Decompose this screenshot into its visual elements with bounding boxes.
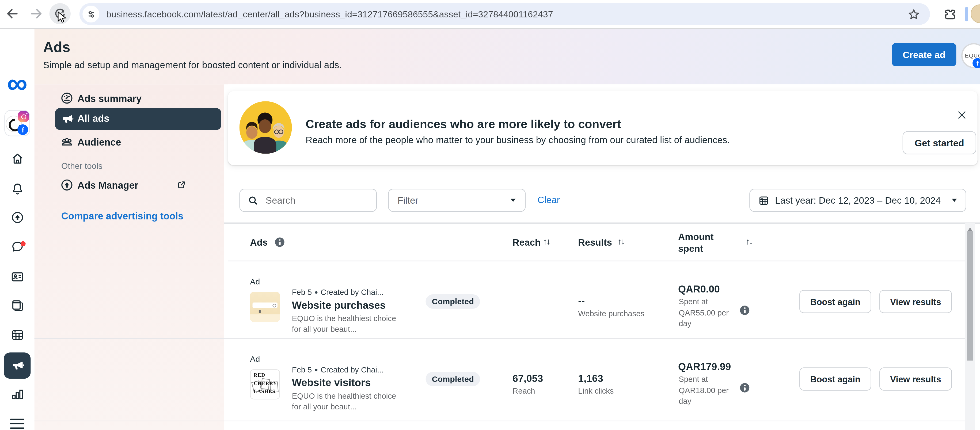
- audience-promo-banner: Create ads for audiences who are more li…: [228, 91, 977, 165]
- sidebar-item-audience[interactable]: Audience: [78, 137, 121, 148]
- status-badge: Completed: [425, 294, 480, 309]
- ad-thumbnail[interactable]: [250, 292, 280, 322]
- boost-again-button[interactable]: Boost again: [799, 367, 871, 390]
- nav-section-label: Other tools: [61, 161, 102, 171]
- url-text[interactable]: business.facebook.com/latest/ad_center/a…: [106, 9, 906, 19]
- page-title: Ads: [43, 39, 70, 56]
- forward-icon[interactable]: [29, 6, 44, 21]
- facebook-icon: f: [18, 124, 28, 135]
- filter-label: Filter: [398, 195, 511, 206]
- screen: business.facebook.com/latest/ad_center/a…: [0, 0, 980, 430]
- sidebar-item-ads-manager[interactable]: Ads Manager: [78, 180, 138, 191]
- sidebar-item-all-ads-selected[interactable]: All ads: [55, 108, 221, 130]
- ad-title[interactable]: Website purchases: [292, 299, 386, 311]
- amount-spent-note: Spent at QAR55.00 per day: [679, 297, 734, 330]
- boost-again-button[interactable]: Boost again: [799, 290, 871, 313]
- ad-byline: Created by Chai...: [321, 366, 383, 374]
- sort-icon[interactable]: ↑↓: [543, 237, 550, 246]
- info-icon[interactable]: [275, 237, 285, 247]
- search-input[interactable]: [264, 194, 364, 206]
- view-results-button[interactable]: View results: [880, 367, 952, 390]
- sort-icon[interactable]: ↑↓: [746, 237, 752, 246]
- ad-kind-label: Ad: [250, 277, 260, 286]
- notifications-bell-icon[interactable]: [10, 181, 25, 196]
- ad-description: EQUO is the healthiest choice for all yo…: [292, 391, 397, 412]
- chevron-down-icon: [952, 199, 957, 202]
- reach-label: Reach: [512, 387, 535, 396]
- billing-icon[interactable]: [10, 328, 25, 342]
- audience-icon: [59, 134, 75, 149]
- table-top-border: [224, 222, 980, 224]
- ads-rail-item-selected[interactable]: [4, 352, 30, 379]
- scroll-up-arrow-icon[interactable]: [967, 228, 972, 231]
- column-header-reach[interactable]: Reach: [512, 237, 541, 247]
- page-header-band: [34, 29, 980, 84]
- ad-kind-label: Ad: [250, 354, 260, 364]
- page-subtitle: Simple ad setup and management for boost…: [43, 59, 342, 70]
- ad-meta-line: Feb 5Created by Chai...: [292, 288, 384, 297]
- boost-icon[interactable]: [10, 210, 25, 225]
- clear-filters-link[interactable]: Clear: [538, 194, 560, 205]
- meta-logo[interactable]: ∞: [0, 69, 34, 97]
- info-icon[interactable]: [740, 306, 749, 315]
- view-results-button[interactable]: View results: [880, 290, 952, 313]
- tune-icon: [85, 9, 97, 20]
- search-icon: [247, 194, 259, 207]
- sort-icon[interactable]: ↑↓: [617, 237, 624, 246]
- ad-thumbnail[interactable]: RED CHERRY LASHES: [250, 369, 280, 399]
- create-ad-button[interactable]: Create ad: [892, 43, 956, 66]
- table-scrollbar[interactable]: [965, 223, 975, 430]
- column-header-amount-spent[interactable]: Amount spent: [678, 231, 722, 255]
- filter-dropdown[interactable]: Filter: [388, 189, 526, 212]
- pages-icon[interactable]: [10, 298, 25, 313]
- menu-icon[interactable]: [10, 419, 24, 428]
- date-range-label: Last year: Dec 12, 2023 – Dec 10, 2024: [775, 195, 952, 206]
- address-bar[interactable]: business.facebook.com/latest/ad_center/a…: [80, 3, 930, 25]
- extensions-icon[interactable]: [943, 7, 958, 22]
- calendar-icon: [757, 194, 770, 207]
- separator-dot: [315, 368, 317, 371]
- separator-dot: [315, 291, 317, 293]
- instagram-icon: [18, 111, 29, 122]
- browser-toolbar: business.facebook.com/latest/ad_center/a…: [0, 0, 980, 29]
- info-icon[interactable]: [740, 383, 749, 393]
- amount-spent-note: Spent at QAR18.00 per day: [679, 374, 734, 407]
- sidebar-item-ads-summary[interactable]: Ads summary: [78, 93, 142, 104]
- compare-advertising-tools-link[interactable]: Compare advertising tools: [61, 210, 184, 222]
- megaphone-icon: [10, 359, 24, 373]
- date-range-selector[interactable]: Last year: Dec 12, 2023 – Dec 10, 2024: [749, 189, 966, 212]
- banner-title: Create ads for audiences who are more li…: [305, 118, 621, 131]
- side-panel-indicator: [965, 7, 968, 21]
- search-field[interactable]: [239, 189, 377, 212]
- insights-chart-icon[interactable]: [10, 387, 25, 402]
- ad-date: Feb 5: [292, 288, 312, 297]
- account-name: EQUO: [965, 53, 980, 59]
- ad-title[interactable]: Website visitors: [292, 377, 371, 389]
- amount-spent-value: QAR0.00: [678, 283, 720, 295]
- scrollbar-thumb[interactable]: [967, 231, 973, 360]
- column-header-results[interactable]: Results: [578, 237, 612, 247]
- business-avatar-tile[interactable]: f: [4, 110, 30, 136]
- get-started-button[interactable]: Get started: [902, 131, 976, 154]
- external-link-icon[interactable]: [175, 179, 187, 191]
- mouse-cursor: [57, 11, 68, 25]
- ad-byline: Created by Chai...: [321, 288, 383, 297]
- results-label: Link clicks: [578, 387, 614, 396]
- ad-description: EQUO is the healthiest choice for all yo…: [292, 314, 397, 335]
- browser-profile-avatar[interactable]: [970, 4, 980, 23]
- back-icon[interactable]: [5, 6, 20, 21]
- ad-date: Feb 5: [292, 366, 312, 374]
- home-icon[interactable]: [10, 151, 25, 166]
- amount-spent-value: QAR179.99: [678, 361, 731, 373]
- site-info-button[interactable]: [83, 6, 99, 22]
- contacts-icon[interactable]: [10, 269, 25, 284]
- facebook-icon: f: [972, 58, 980, 68]
- thumbnail-text: RED CHERRY LASHES: [254, 371, 278, 395]
- ads-manager-icon: [59, 177, 75, 193]
- results-value: 1,163: [578, 373, 603, 384]
- bookmark-star-icon[interactable]: [906, 7, 921, 22]
- app-icon-rail: ∞ f: [0, 29, 34, 430]
- reach-value: 67,053: [512, 373, 543, 384]
- close-icon[interactable]: [956, 108, 968, 121]
- ads-summary-icon: [59, 91, 75, 106]
